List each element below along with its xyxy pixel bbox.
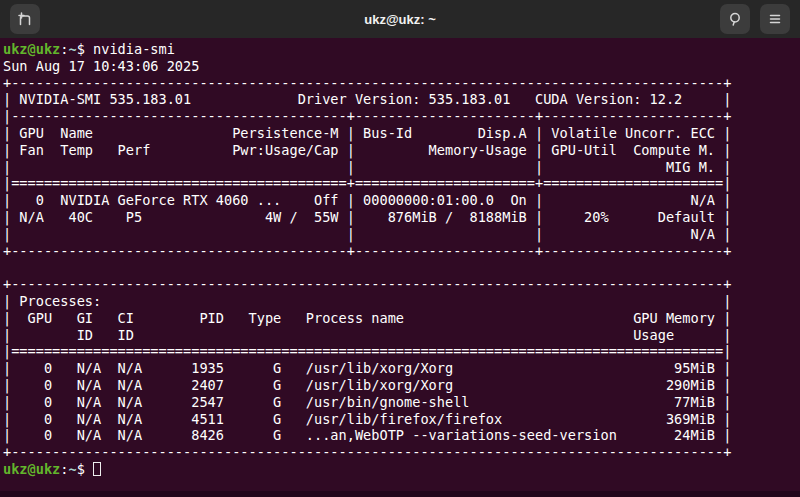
terminal-output-line <box>3 259 800 276</box>
new-tab-button[interactable] <box>10 4 40 34</box>
prompt-line-current: ukz@ukz:~$ <box>3 461 800 478</box>
terminal-output-line: +---------------------------------------… <box>3 243 800 260</box>
prompt-path: ~ <box>68 461 76 477</box>
terminal-output-line: |=======================================… <box>3 175 800 192</box>
terminal-output-line: | ID ID Usage | <box>3 327 800 344</box>
menu-icon <box>767 11 783 27</box>
prompt-user-host: ukz@ukz <box>3 41 60 57</box>
terminal-output-line: | GPU Name Persistence-M | Bus-Id Disp.A… <box>3 125 800 142</box>
terminal-output-line: | Fan Temp Perf Pwr:Usage/Cap | Memory-U… <box>3 142 800 159</box>
prompt-dollar: $ <box>77 461 85 477</box>
terminal-output-line: +---------------------------------------… <box>3 444 800 461</box>
terminal-output-line: | 0 N/A N/A 2407 G /usr/lib/xorg/Xorg 29… <box>3 377 800 394</box>
terminal-output-line: | 0 NVIDIA GeForce RTX 4060 ... Off | 00… <box>3 192 800 209</box>
terminal-output-line: | GPU GI CI PID Type Process name GPU Me… <box>3 310 800 327</box>
entered-command: nvidia-smi <box>85 41 175 57</box>
terminal-output-line: +---------------------------------------… <box>3 276 800 293</box>
terminal-output-line: | Processes: | <box>3 293 800 310</box>
terminal-window: ukz@ukz: ~ ukz@ukz:~$nvidia-sm <box>0 0 800 497</box>
menu-button[interactable] <box>760 4 790 34</box>
terminal-output-line: | | | N/A | <box>3 226 800 243</box>
terminal-output-line: | 0 N/A N/A 1935 G /usr/lib/xorg/Xorg 95… <box>3 360 800 377</box>
prompt-line-command: ukz@ukz:~$nvidia-smi <box>3 41 800 58</box>
terminal-output-line: Sun Aug 17 10:43:06 2025 <box>3 58 800 75</box>
prompt-dollar: $ <box>77 41 85 57</box>
search-icon <box>727 11 743 27</box>
terminal-output-line: +---------------------------------------… <box>3 75 800 92</box>
window-title: ukz@ukz: ~ <box>364 12 436 27</box>
search-button[interactable] <box>720 4 750 34</box>
terminal-output-line: |---------------------------------------… <box>3 108 800 125</box>
prompt-user-host: ukz@ukz <box>3 461 60 477</box>
new-tab-icon <box>17 11 33 27</box>
prompt-path: ~ <box>68 41 76 57</box>
window-bottom-edge <box>0 491 800 497</box>
terminal-output-line: | N/A 40C P5 4W / 55W | 876MiB / 8188MiB… <box>3 209 800 226</box>
terminal-output-line: | | | MIG M. | <box>3 159 800 176</box>
terminal-output-line: | 0 N/A N/A 2547 G /usr/bin/gnome-shell … <box>3 394 800 411</box>
titlebar: ukz@ukz: ~ <box>0 0 800 38</box>
terminal-output-line: | NVIDIA-SMI 535.183.01 Driver Version: … <box>3 91 800 108</box>
terminal-screen[interactable]: ukz@ukz:~$nvidia-smi Sun Aug 17 10:43:06… <box>0 38 800 497</box>
terminal-output-line: | 0 N/A N/A 4511 G /usr/lib/firefox/fire… <box>3 411 800 428</box>
terminal-output-line: |=======================================… <box>3 343 800 360</box>
terminal-cursor <box>93 462 101 476</box>
terminal-output-line: | 0 N/A N/A 8426 G ...an,WebOTP --variat… <box>3 427 800 444</box>
